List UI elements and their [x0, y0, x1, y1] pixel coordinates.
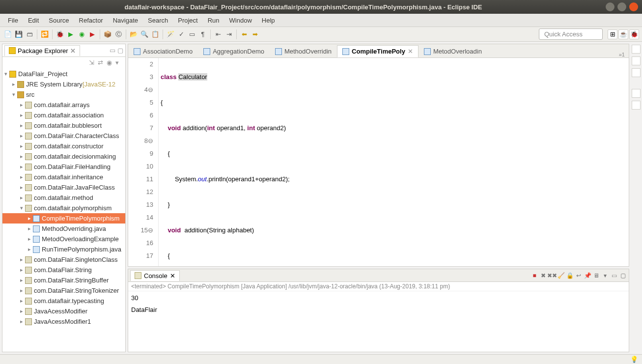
scroll-lock-icon[interactable]: 🔒: [566, 272, 574, 280]
package-node[interactable]: ▸com.dataflair.method: [2, 193, 125, 203]
code-content[interactable]: class Calculator { void addition(int ope…: [159, 58, 629, 266]
open-console-icon[interactable]: ▾: [601, 272, 609, 280]
task-icon[interactable]: 📋: [150, 29, 160, 39]
project-tree[interactable]: ▾DataFlair_Project ▸JRE System Library […: [2, 68, 125, 352]
package-node[interactable]: ▸com.dataflair.constructor: [2, 141, 125, 151]
save-icon[interactable]: 💾: [14, 29, 24, 39]
package-node[interactable]: ▸com.dataflair.inheritance: [2, 172, 125, 182]
link-editor-icon[interactable]: ⇄: [98, 59, 105, 66]
menu-window[interactable]: Window: [224, 15, 257, 26]
show-whitespace-icon[interactable]: ¶: [198, 29, 208, 39]
view-close-icon[interactable]: ✕: [70, 47, 76, 55]
ext-tools-icon[interactable]: ▶: [87, 29, 97, 39]
pin-console-icon[interactable]: 📌: [584, 272, 591, 280]
tip-icon[interactable]: 💡: [630, 356, 638, 363]
remove-launch-icon[interactable]: ✖: [539, 272, 547, 280]
package-explorer-tab[interactable]: Package Explorer ✕: [4, 45, 80, 56]
src-node[interactable]: ▾src: [2, 89, 125, 100]
package-node[interactable]: ▸JavaAcessModifier1: [2, 316, 125, 327]
new-package-icon[interactable]: 📦: [103, 29, 112, 39]
outline-icon[interactable]: [632, 68, 641, 77]
menu-source[interactable]: Source: [44, 15, 74, 26]
new-class-icon[interactable]: Ⓒ: [113, 29, 123, 39]
package-node[interactable]: ▸com.DataFlair.CharacterClass: [2, 131, 125, 141]
coverage-icon[interactable]: ◉: [77, 29, 86, 39]
code-editor[interactable]: 234⊖5678⊖9101112131415⊖1617 class Calcul…: [128, 58, 629, 266]
terminate-icon[interactable]: ■: [530, 272, 538, 280]
annotation-next-icon[interactable]: ⇥: [224, 29, 234, 39]
annotation-prev-icon[interactable]: ⇤: [213, 29, 223, 39]
package-node[interactable]: ▸com.dataflair.typecasting: [2, 296, 125, 306]
tab-association[interactable]: AssociationDemo: [128, 45, 198, 57]
console-close-icon[interactable]: ✕: [170, 272, 175, 280]
debug-perspective-icon[interactable]: 🐞: [629, 29, 639, 39]
console-output[interactable]: 30 DataFlair: [128, 291, 629, 352]
close-icon[interactable]: [629, 2, 638, 11]
display-console-icon[interactable]: 🖥: [592, 272, 600, 280]
maximize-icon[interactable]: [617, 2, 626, 11]
java-perspective-icon[interactable]: ☕: [618, 29, 628, 39]
tab-aggregation[interactable]: AggregationDemo: [198, 45, 270, 57]
package-node[interactable]: ▸JavaAcessModifier: [2, 306, 125, 316]
search-icon[interactable]: 🔍: [140, 29, 149, 39]
java-file-node[interactable]: ▸MetodOverloadingExample: [2, 234, 125, 244]
java-file-node[interactable]: ▸MethodOverriding.java: [2, 224, 125, 234]
block-select-icon[interactable]: ▭: [187, 29, 197, 39]
package-node[interactable]: ▸com.dataflair.bubblesort: [2, 120, 125, 131]
restore-icon[interactable]: [632, 45, 641, 54]
run-icon[interactable]: ▶: [66, 29, 76, 39]
tab-compiletime[interactable]: CompileTimePoly✕: [337, 45, 419, 57]
menu-help[interactable]: Help: [257, 15, 280, 26]
wand-icon[interactable]: 🪄: [166, 29, 175, 39]
view-menu-icon[interactable]: ▾: [115, 59, 122, 66]
tab-overriding[interactable]: MethodOverridin: [270, 45, 337, 57]
java-file-node[interactable]: ▸CompileTimePolymorphism: [2, 213, 125, 224]
new-icon[interactable]: 📄: [3, 29, 13, 39]
console-min-icon[interactable]: ▭: [610, 272, 618, 280]
package-node[interactable]: ▸com.DataFlair.String: [2, 265, 125, 275]
tab-overflow[interactable]: »1: [615, 52, 629, 57]
view-min-icon[interactable]: ▭: [110, 47, 115, 54]
view-max-icon[interactable]: ▢: [117, 47, 123, 54]
package-node[interactable]: ▸com.dataflair.decisionmaking: [2, 151, 125, 162]
package-node[interactable]: ▸com.dataflair.arrays: [2, 100, 125, 110]
menu-navigate[interactable]: Navigate: [108, 15, 143, 26]
restore2-icon[interactable]: [632, 89, 641, 98]
project-node[interactable]: ▾DataFlair_Project: [2, 69, 125, 79]
remove-all-icon[interactable]: ✖✖: [548, 272, 556, 280]
menu-project[interactable]: Project: [173, 15, 202, 26]
back-icon[interactable]: ⬅: [239, 29, 249, 39]
open-type-icon[interactable]: 📂: [129, 29, 139, 39]
menu-edit[interactable]: Edit: [23, 15, 44, 26]
jre-node[interactable]: ▸JRE System Library [JavaSE-12: [2, 79, 125, 89]
toggle-mark-icon[interactable]: ✓: [176, 29, 186, 39]
console-tab[interactable]: Console ✕: [130, 270, 180, 281]
menu-file[interactable]: File: [3, 15, 23, 26]
console-max-icon[interactable]: ▢: [619, 272, 627, 280]
minimize-icon[interactable]: [606, 2, 614, 11]
package-node[interactable]: ▸com.dataflair.association: [2, 110, 125, 120]
menu-search[interactable]: Search: [143, 15, 173, 26]
collapse-all-icon[interactable]: ⇲: [89, 59, 96, 66]
quick-access-input[interactable]: Quick Access: [539, 28, 603, 40]
menu-refactor[interactable]: Refactor: [74, 15, 108, 26]
other-view-icon[interactable]: [632, 101, 641, 110]
java-file-node[interactable]: ▸RunTimePolymorphism.java: [2, 244, 125, 254]
switch-icon[interactable]: 🔁: [40, 29, 50, 39]
tab-close-icon[interactable]: ✕: [408, 48, 413, 55]
focus-icon[interactable]: ◉: [107, 59, 113, 66]
package-node[interactable]: ▸com.DataFlair.StringTokenizer: [2, 285, 125, 296]
package-node[interactable]: ▸com.DataFlair.FileHandling: [2, 162, 125, 172]
save-all-icon[interactable]: 🗃: [25, 29, 34, 39]
package-node[interactable]: ▸com.DataFlair.SingletonClass: [2, 254, 125, 265]
debug-icon[interactable]: 🐞: [55, 29, 65, 39]
word-wrap-icon[interactable]: ↩: [575, 272, 583, 280]
package-node-open[interactable]: ▾com.dataflair.polymorphism: [2, 203, 125, 213]
tab-overloading[interactable]: MetodOverloadin: [419, 45, 487, 57]
task-list-icon[interactable]: [632, 56, 641, 65]
package-node[interactable]: ▸com.DataFlair.JavaFileClass: [2, 182, 125, 193]
menu-run[interactable]: Run: [203, 15, 224, 26]
package-node[interactable]: ▸com.DataFlair.StringBuffer: [2, 275, 125, 285]
open-perspective-icon[interactable]: ⊞: [608, 29, 617, 39]
clear-console-icon[interactable]: 🧹: [557, 272, 565, 280]
